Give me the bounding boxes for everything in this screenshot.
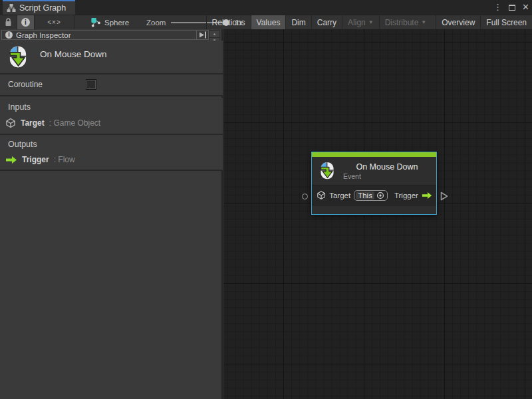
maximize-icon[interactable]: [509, 5, 515, 11]
node-ports-row: Target This Trigger: [312, 186, 436, 205]
tab-title: Script Graph: [19, 3, 66, 13]
output-type: : Flow: [54, 155, 75, 164]
close-icon[interactable]: ✕: [522, 0, 529, 15]
graph-canvas[interactable]: On Mouse Down Event Target This: [224, 29, 532, 399]
flow-arrow-icon: [5, 156, 17, 164]
node-header[interactable]: On Mouse Down Event: [312, 157, 436, 185]
input-name: Target: [21, 118, 45, 128]
toolbar-right-group: Relations Values Dim Carry Align ▼ Distr…: [206, 15, 532, 29]
trigger-port-label: Trigger: [394, 192, 418, 200]
align-dropdown[interactable]: Align ▼: [342, 15, 379, 29]
code-icon: <×>: [47, 19, 61, 26]
dock-panel-button[interactable]: [196, 31, 208, 39]
inspector-toggle-button[interactable]: i: [17, 15, 35, 29]
output-name: Trigger: [22, 155, 49, 164]
input-type: : Game Object: [49, 118, 100, 128]
inputs-header: Inputs: [8, 102, 31, 112]
overview-button[interactable]: Overview: [436, 15, 480, 29]
dim-button[interactable]: Dim: [285, 15, 311, 29]
spinner-up-button[interactable]: ▲: [209, 31, 219, 38]
unit-header-section: On Mouse Down: [0, 41, 223, 73]
on-mouse-down-icon: [5, 45, 31, 70]
target-port-label: Target: [329, 192, 350, 200]
info-icon: i: [5, 31, 13, 39]
input-row-target: Target : Game Object: [5, 118, 100, 128]
graph-inspector-title: Graph Inspector: [16, 31, 196, 39]
node-subtitle: Event: [343, 172, 361, 180]
toolbar-left-group: i <×>: [0, 15, 74, 29]
lock-icon: [5, 18, 12, 27]
code-view-button[interactable]: <×>: [35, 15, 74, 29]
object-picker-icon[interactable]: [376, 192, 384, 200]
distribute-dropdown[interactable]: Distribute ▼: [379, 15, 432, 29]
target-value-field[interactable]: This: [354, 190, 388, 201]
graph-inspector-header: i Graph Inspector: [1, 30, 209, 40]
outputs-section: Outputs Trigger : Flow: [0, 135, 223, 170]
chevron-down-icon: ▼: [368, 19, 374, 25]
window-menu-icon[interactable]: ⋮: [493, 0, 502, 15]
node-color-bar: [312, 152, 436, 157]
full-screen-button[interactable]: Full Screen: [480, 15, 532, 29]
flow-arrow-icon: [422, 192, 432, 200]
carry-button[interactable]: Carry: [311, 15, 342, 29]
divider: [0, 95, 223, 96]
cube-icon: [5, 118, 16, 128]
coroutine-section: Coroutine: [0, 74, 223, 95]
lock-button[interactable]: [0, 15, 17, 29]
graph-reference-label: Sphere: [104, 19, 129, 27]
divider: [0, 170, 223, 171]
output-row-trigger: Trigger : Flow: [5, 155, 75, 164]
outputs-header: Outputs: [8, 140, 37, 149]
script-graph-icon: [90, 17, 100, 27]
inputs-section: Inputs Target : Game Object: [0, 98, 223, 134]
graph-reference[interactable]: Sphere: [90, 15, 129, 29]
on-mouse-down-node[interactable]: On Mouse Down Event Target This: [311, 152, 437, 215]
info-icon: i: [21, 18, 30, 27]
on-mouse-down-node-wrap: On Mouse Down Event Target This: [311, 152, 437, 215]
node-titles: On Mouse Down Event: [343, 162, 431, 180]
unit-title: On Mouse Down: [40, 49, 107, 59]
values-button[interactable]: Values: [251, 15, 286, 29]
coroutine-label: Coroutine: [8, 80, 43, 89]
node-title: On Mouse Down: [356, 162, 418, 172]
on-mouse-down-icon: [317, 161, 337, 181]
target-value: This: [356, 192, 374, 200]
graph-toolbar: i <×> Sphere Zoom 1x Relations Values Di…: [0, 15, 532, 29]
node-footer: [312, 205, 436, 214]
cube-icon: [317, 190, 326, 200]
node-input-port[interactable]: [302, 194, 308, 200]
node-output-port[interactable]: [440, 192, 448, 201]
graph-tree-icon: [7, 3, 16, 13]
relations-button[interactable]: Relations: [206, 15, 251, 29]
window-controls: ⋮ ✕: [493, 0, 529, 15]
coroutine-checkbox[interactable]: [86, 80, 96, 89]
zoom-label: Zoom: [146, 19, 166, 27]
graph-inspector-panel: i Graph Inspector ▲ ▼ On Mouse Down Coro…: [0, 29, 223, 399]
tab-script-graph[interactable]: Script Graph: [3, 0, 75, 15]
dock-icon: [199, 31, 207, 39]
title-bar: Script Graph ⋮ ✕: [0, 0, 532, 15]
chevron-down-icon: ▼: [421, 19, 426, 25]
